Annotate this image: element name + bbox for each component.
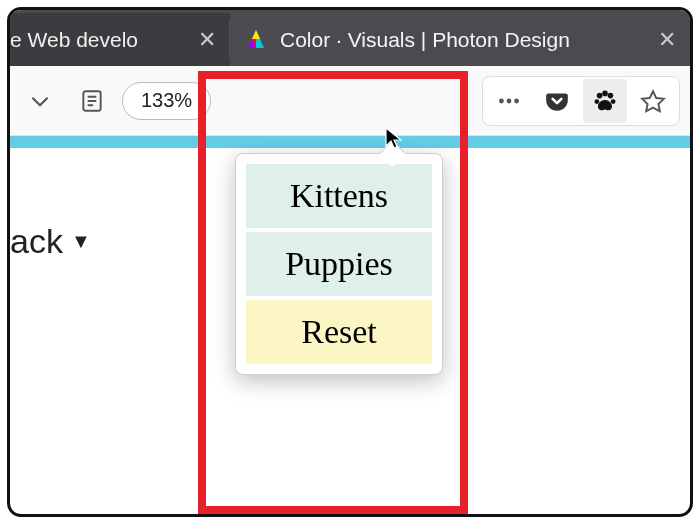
extension-popup: Kittens Puppies Reset xyxy=(235,153,443,375)
svg-point-16 xyxy=(594,99,599,104)
tab-title: Color · Visuals | Photon Design xyxy=(280,28,570,52)
close-icon[interactable]: ✕ xyxy=(198,27,216,53)
svg-point-14 xyxy=(608,92,614,98)
overflow-menu-icon[interactable] xyxy=(487,79,531,123)
tab-inactive[interactable]: e Web develo ✕ xyxy=(10,13,230,66)
paw-extension-icon[interactable] xyxy=(583,79,627,123)
photon-favicon xyxy=(244,28,268,52)
close-icon[interactable]: ✕ xyxy=(658,27,676,53)
bookmark-star-icon[interactable] xyxy=(631,79,675,123)
partial-text: ack xyxy=(10,222,63,261)
svg-point-10 xyxy=(507,98,512,103)
toolbar: 133% xyxy=(10,66,690,136)
tab-strip: e Web develo ✕ Color · Visuals | Photon … xyxy=(10,10,690,66)
popup-item-reset[interactable]: Reset xyxy=(246,300,432,364)
tab-title: e Web develo xyxy=(10,28,138,52)
tab-active[interactable]: Color · Visuals | Photon Design ✕ xyxy=(230,13,690,66)
svg-point-9 xyxy=(499,98,504,103)
mouse-cursor-icon xyxy=(382,126,406,150)
page-actions-group xyxy=(482,76,680,126)
svg-point-15 xyxy=(611,99,616,104)
popup-item-puppies[interactable]: Puppies xyxy=(246,232,432,296)
svg-marker-2 xyxy=(252,30,260,39)
svg-marker-17 xyxy=(642,91,664,111)
popup-item-kittens[interactable]: Kittens xyxy=(246,164,432,228)
zoom-level[interactable]: 133% xyxy=(122,82,211,120)
svg-point-13 xyxy=(602,90,608,96)
reader-view-icon[interactable] xyxy=(70,79,114,123)
svg-point-11 xyxy=(514,98,519,103)
chevron-down-icon[interactable] xyxy=(18,79,62,123)
pocket-icon[interactable] xyxy=(535,79,579,123)
page-accent-bar xyxy=(10,136,690,148)
svg-point-12 xyxy=(597,92,603,98)
caret-down-icon[interactable]: ▼ xyxy=(71,230,91,253)
browser-window: e Web develo ✕ Color · Visuals | Photon … xyxy=(7,7,693,517)
